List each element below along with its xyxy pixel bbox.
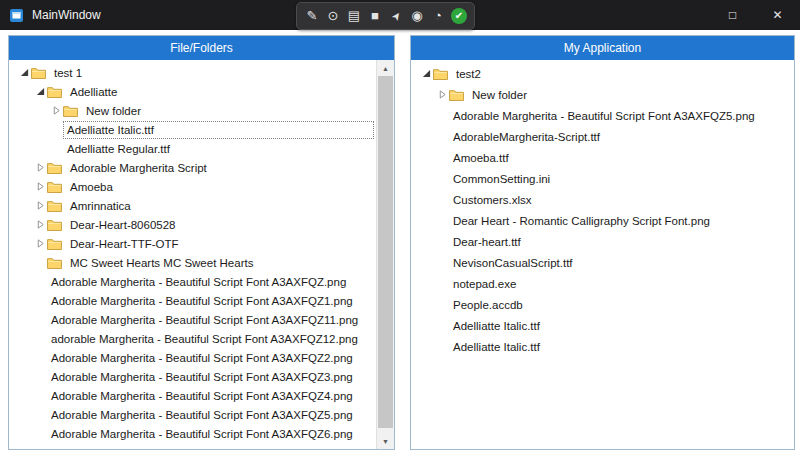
tree-item-folder[interactable]: New folder	[9, 101, 377, 120]
tree-item-folder[interactable]: Adorable Margherita Script	[9, 158, 377, 177]
tree-item-file[interactable]: Adelliatte Regular.ttf	[9, 139, 377, 158]
expander-collapsed-icon[interactable]	[33, 163, 47, 172]
tree-item-label: Dear-Heart-8060528	[66, 216, 179, 234]
tree-item-label: New folder	[468, 86, 531, 104]
tree-item-folder[interactable]: Amoeba	[9, 177, 377, 196]
expander-expanded-icon[interactable]	[33, 87, 47, 96]
folder-icon	[47, 181, 66, 193]
tree-item-folder[interactable]: Amrinnatica	[9, 196, 377, 215]
tree-item-file[interactable]: Adelliatte Italic.ttf	[411, 336, 794, 357]
scrollbar-thumb[interactable]	[378, 76, 393, 428]
tree-item-label: Amrinnatica	[66, 197, 135, 215]
tree-item-file[interactable]: Customers.xlsx	[411, 189, 794, 210]
my-application-header: My Application	[411, 36, 794, 60]
folder-icon	[47, 238, 66, 250]
tree-item-label: Dear Heart - Romantic Calligraphy Script…	[449, 212, 714, 230]
window-title: MainWindow	[32, 8, 101, 22]
tree-item-folder[interactable]: Adelliatte	[9, 82, 377, 101]
tree-item-label: Adelliatte Regular.ttf	[63, 140, 174, 158]
tree-item-file[interactable]: Adorable Margherita - Beautiful Script F…	[411, 105, 794, 126]
tree-item-folder[interactable]: test2	[411, 63, 794, 84]
screen-annotate-icon[interactable]: ✎	[304, 8, 320, 24]
timer-icon[interactable]: ◔	[430, 8, 446, 24]
tree-item-file[interactable]: Adorable Margherita - Beautiful Script F…	[9, 386, 377, 405]
tree-item-folder[interactable]: Dear-Heart-TTF-OTF	[9, 234, 377, 253]
folder-icon	[47, 86, 66, 98]
tree-item-file[interactable]: notepad.exe	[411, 273, 794, 294]
tree-item-label: adorable Margherita - Beautiful Script F…	[47, 330, 362, 348]
tree-item-label: test2	[452, 65, 485, 83]
tree-item-label: Adelliatte	[66, 83, 121, 101]
tree-item-label: Adorable Margherita - Beautiful Script F…	[47, 292, 357, 310]
tree-item-label: New folder	[82, 102, 145, 120]
expander-collapsed-icon[interactable]	[49, 106, 63, 115]
record-icon[interactable]: ◉	[409, 8, 425, 24]
tree-item-label: test 1	[50, 64, 86, 82]
tree-item-label: Adelliatte Italic.ttf	[449, 317, 544, 335]
tree-item-label: People.accdb	[449, 296, 527, 314]
tree-item-file[interactable]: AdorableMargherita-Script.ttf	[411, 126, 794, 147]
tree-item-file[interactable]: Adorable Margherita - Beautiful Script F…	[9, 272, 377, 291]
tree-item-file[interactable]: NevisonCasualScript.ttf	[411, 252, 794, 273]
tree-item-file[interactable]: Adorable Margherita - Beautiful Script F…	[9, 443, 377, 449]
folder-icon	[449, 89, 468, 101]
expander-collapsed-icon[interactable]	[33, 220, 47, 229]
tree-item-label: Amoeba	[66, 178, 117, 196]
tree-item-label: AdorableMargherita-Script.ttf	[449, 128, 604, 146]
tree-item-folder[interactable]: test 1	[9, 63, 377, 82]
expander-collapsed-icon[interactable]	[33, 182, 47, 191]
maximize-button[interactable]: □	[710, 0, 755, 30]
tree-item-file[interactable]: CommonSetting.ini	[411, 168, 794, 189]
tree-item-label: Adorable Margherita - Beautiful Script F…	[47, 349, 357, 367]
tree-item-label: Amoeba.ttf	[449, 149, 513, 167]
tree-item-file[interactable]: People.accdb	[411, 294, 794, 315]
tree-item-file[interactable]: Dear Heart - Romantic Calligraphy Script…	[411, 210, 794, 231]
tree-item-file[interactable]: Adorable Margherita - Beautiful Script F…	[9, 405, 377, 424]
tree-item-file[interactable]: Adorable Margherita - Beautiful Script F…	[9, 367, 377, 386]
tree-item-file[interactable]: Adelliatte Italic.ttf	[9, 120, 377, 139]
tree-item-folder[interactable]: New folder	[411, 84, 794, 105]
folder-icon	[31, 67, 50, 79]
tree-item-file[interactable]: Dear-heart.ttf	[411, 231, 794, 252]
tree-item-label: Adelliatte Italic.ttf	[63, 121, 374, 139]
tree-item-label: Adorable Margherita - Beautiful Script F…	[47, 425, 357, 443]
vertical-scrollbar[interactable]: ▲ ▼	[376, 60, 394, 449]
tree-item-label: Dear-Heart-TTF-OTF	[66, 235, 183, 253]
expander-collapsed-icon[interactable]	[33, 201, 47, 210]
tree-item-label: Adorable Margherita Script	[66, 159, 211, 177]
tree-item-file[interactable]: Adorable Margherita - Beautiful Script F…	[9, 291, 377, 310]
cursor-icon[interactable]: ➤	[385, 5, 407, 27]
webcam-icon[interactable]: ⊙	[325, 8, 341, 24]
tree-item-file[interactable]: Amoeba.ttf	[411, 147, 794, 168]
tree-item-folder[interactable]: MC Sweet Hearts MC Sweet Hearts	[9, 253, 377, 272]
file-folders-header: File/Folders	[9, 36, 394, 60]
capture-toolbar: ✎⊙▤■➤◉◔✔	[296, 2, 475, 30]
folder-icon	[47, 257, 66, 269]
expander-collapsed-icon[interactable]	[33, 239, 47, 248]
tree-item-label: Dear-heart.ttf	[449, 233, 525, 251]
tree-item-label: Adelliatte Italic.ttf	[449, 338, 544, 356]
tree-item-label: NevisonCasualScript.ttf	[449, 254, 577, 272]
screen-share-icon[interactable]: ▤	[346, 8, 362, 24]
expander-expanded-icon[interactable]	[17, 68, 31, 77]
tree-item-file[interactable]: Adorable Margherita - Beautiful Script F…	[9, 424, 377, 443]
folder-icon	[63, 105, 82, 117]
close-button[interactable]: ✕	[755, 0, 800, 30]
file-folders-tree[interactable]: test 1AdelliatteNew folderAdelliatte Ita…	[9, 60, 377, 449]
my-application-tree[interactable]: test2New folderAdorable Margherita - Bea…	[411, 60, 794, 449]
tree-item-file[interactable]: adorable Margherita - Beautiful Script F…	[9, 329, 377, 348]
tree-item-label: notepad.exe	[449, 275, 520, 293]
tree-item-file[interactable]: Adorable Margherita - Beautiful Script F…	[9, 310, 377, 329]
tree-item-folder[interactable]: Dear-Heart-8060528	[9, 215, 377, 234]
folder-icon	[433, 68, 452, 80]
tree-item-file[interactable]: Adelliatte Italic.ttf	[411, 315, 794, 336]
tree-item-label: Adorable Margherita - Beautiful Script F…	[47, 368, 357, 386]
stop-icon[interactable]: ■	[367, 8, 383, 24]
success-icon[interactable]: ✔	[451, 8, 467, 24]
tree-item-file[interactable]: Adorable Margherita - Beautiful Script F…	[9, 348, 377, 367]
scroll-down-icon[interactable]: ▼	[377, 433, 394, 449]
expander-expanded-icon[interactable]	[419, 69, 433, 78]
expander-collapsed-icon[interactable]	[435, 90, 449, 99]
tree-item-label: Customers.xlsx	[449, 191, 536, 209]
scroll-up-icon[interactable]: ▲	[377, 60, 394, 76]
